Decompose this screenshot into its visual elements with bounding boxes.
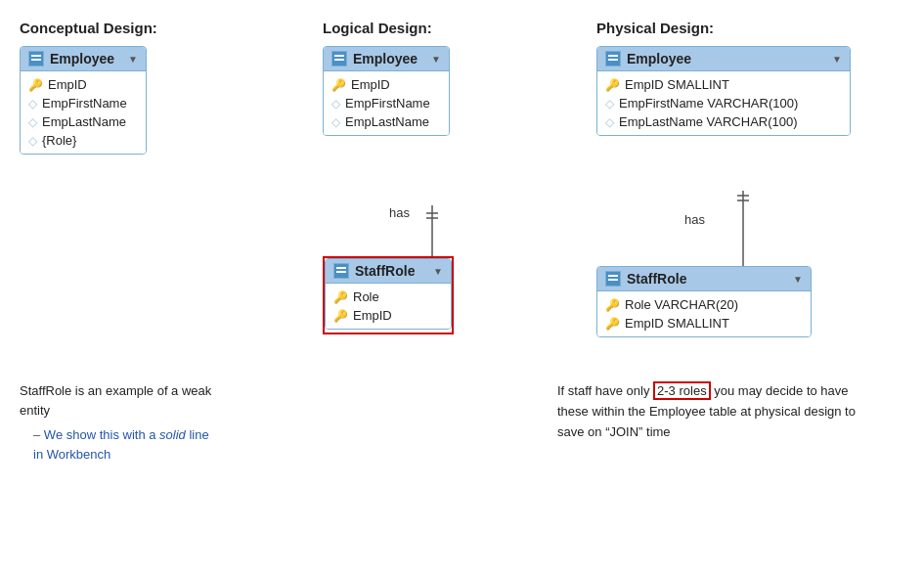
entity-row: ◇ EmpLastName	[324, 112, 449, 131]
field-empid-type: EmpID SMALLINT	[625, 316, 729, 331]
entity-row: ◇ EmpFirstName	[324, 94, 449, 112]
logical-staffrole-wrapper: StaffRole ▼ 🔑 Role 🔑 EmpID	[323, 256, 454, 334]
physical-staffrole-entity: StaffRole ▼ 🔑 Role VARCHAR(20) 🔑 EmpID S…	[596, 266, 812, 337]
physical-connector-area: has	[596, 139, 851, 266]
logical-staffrole-body: 🔑 Role 🔑 EmpID	[326, 284, 451, 329]
field-empfirstname: EmpFirstName	[345, 96, 430, 111]
physical-employee-header: Employee ▼	[597, 47, 850, 71]
table-icon	[605, 51, 621, 67]
logical-connector-label: has	[389, 205, 410, 220]
diamond-icon: ◇	[28, 115, 37, 129]
diamond-icon: ◇	[605, 97, 614, 111]
physical-employee-name: Employee	[627, 51, 691, 67]
text-block-right: If staff have only 2-3 roles you may dec…	[557, 381, 880, 442]
roles-highlight: 2-3 roles	[653, 381, 711, 400]
text-right-part1: If staff have only	[557, 383, 653, 398]
entity-row: ◇ {Role}	[21, 131, 146, 150]
physical-staffrole-header: StaffRole ▼	[597, 267, 811, 291]
field-role-type: Role VARCHAR(20)	[625, 297, 738, 312]
key-icon: 🔑	[605, 298, 620, 312]
dropdown-arrow-icon: ▼	[433, 266, 443, 277]
key-icon: 🔑	[605, 78, 620, 92]
dropdown-arrow-icon: ▼	[128, 54, 138, 65]
key-icon: 🔑	[333, 290, 348, 304]
conceptual-employee-header: Employee ▼	[21, 47, 146, 71]
entity-row: 🔑 EmpID SMALLINT	[597, 75, 850, 94]
entity-row: 🔑 EmpID SMALLINT	[597, 314, 811, 333]
diamond-icon: ◇	[331, 97, 340, 111]
logical-title: Logical Design:	[323, 20, 454, 36]
table-icon	[331, 51, 347, 67]
conceptual-employee-body: 🔑 EmpID ◇ EmpFirstName ◇ EmpLastName ◇ {…	[21, 71, 146, 154]
diamond-icon: ◇	[331, 115, 340, 129]
field-empid: EmpID	[351, 77, 390, 92]
field-emplastname: EmpLastName	[42, 114, 126, 129]
field-empid: EmpID	[48, 77, 87, 92]
conceptual-section: Conceptual Design: Employee ▼ 🔑 EmpID ◇ …	[20, 20, 157, 157]
entity-row: 🔑 EmpID	[326, 306, 451, 325]
entity-row: 🔑 EmpID	[21, 75, 146, 94]
table-icon	[605, 271, 621, 287]
entity-row: 🔑 Role VARCHAR(20)	[597, 295, 811, 314]
physical-staffrole-name: StaffRole	[627, 271, 686, 287]
entity-row: 🔑 Role	[326, 288, 451, 306]
conceptual-employee-entity: Employee ▼ 🔑 EmpID ◇ EmpFirstName ◇ EmpL…	[20, 46, 147, 155]
physical-title: Physical Design:	[596, 20, 851, 36]
field-role: {Role}	[42, 133, 76, 148]
entity-row: ◇ EmpFirstName	[21, 94, 146, 112]
table-icon	[333, 263, 349, 279]
diamond-icon: ◇	[28, 134, 37, 148]
entity-row: 🔑 EmpID	[324, 75, 449, 94]
logical-employee-name: Employee	[353, 51, 418, 67]
weak-entity-description: StaffRole is an example of a weak entity	[20, 381, 215, 420]
logical-employee-header: Employee ▼	[324, 47, 449, 71]
logical-section: Logical Design: Employee ▼ 🔑 EmpID ◇ Emp…	[323, 20, 454, 334]
logical-staffrole-header: StaffRole ▼	[326, 259, 451, 284]
logical-connector-area: has	[323, 139, 454, 256]
conceptual-title: Conceptual Design:	[20, 20, 157, 36]
conceptual-employee-name: Employee	[50, 51, 114, 67]
field-empid: EmpID	[353, 308, 392, 323]
dropdown-arrow-icon: ▼	[431, 54, 441, 65]
field-empfirstname: EmpFirstName	[42, 96, 127, 111]
dropdown-arrow-icon: ▼	[832, 54, 842, 65]
logical-employee-entity: Employee ▼ 🔑 EmpID ◇ EmpFirstName ◇ EmpL…	[323, 46, 450, 136]
entity-row: ◇ EmpFirstName VARCHAR(100)	[597, 94, 850, 112]
field-emplastname-type: EmpLastName VARCHAR(100)	[619, 114, 798, 129]
dropdown-arrow-icon: ▼	[793, 274, 803, 285]
text-block-left: StaffRole is an example of a weak entity…	[20, 381, 215, 464]
field-empfirstname-type: EmpFirstName VARCHAR(100)	[619, 96, 798, 111]
logical-staffrole-name: StaffRole	[355, 263, 415, 279]
physical-connector-label: has	[684, 212, 705, 227]
key-icon: 🔑	[28, 78, 43, 92]
field-emplastname: EmpLastName	[345, 114, 429, 129]
logical-staffrole-entity: StaffRole ▼ 🔑 Role 🔑 EmpID	[325, 258, 452, 330]
key-icon: 🔑	[331, 78, 346, 92]
entity-row: ◇ EmpLastName VARCHAR(100)	[597, 112, 850, 131]
logical-employee-body: 🔑 EmpID ◇ EmpFirstName ◇ EmpLastName	[324, 71, 449, 135]
physical-staffrole-body: 🔑 Role VARCHAR(20) 🔑 EmpID SMALLINT	[597, 291, 811, 336]
field-empid-type: EmpID SMALLINT	[625, 77, 729, 92]
key-red-icon: 🔑	[605, 317, 620, 331]
diamond-icon: ◇	[605, 115, 614, 129]
diamond-icon: ◇	[28, 97, 37, 111]
weak-entity-detail: – We show this with a solid line in Work…	[20, 425, 215, 464]
field-role: Role	[353, 289, 379, 304]
physical-employee-body: 🔑 EmpID SMALLINT ◇ EmpFirstName VARCHAR(…	[597, 71, 850, 135]
entity-row: ◇ EmpLastName	[21, 112, 146, 131]
key-red-icon: 🔑	[333, 309, 348, 323]
physical-section: Physical Design: Employee ▼ 🔑 EmpID SMAL…	[596, 20, 851, 340]
table-icon	[28, 51, 44, 67]
physical-employee-entity: Employee ▼ 🔑 EmpID SMALLINT ◇ EmpFirstNa…	[596, 46, 851, 136]
